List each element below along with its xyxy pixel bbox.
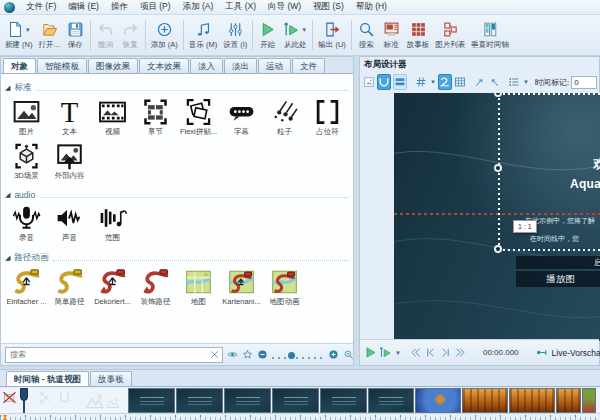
clip-thumbnail[interactable]	[320, 388, 367, 413]
settings-button[interactable]: 设置 (I)	[220, 16, 250, 54]
storyboard-button[interactable]: 故事板	[404, 16, 433, 54]
image-list-button[interactable]: 图片列表	[432, 16, 468, 54]
objects-tab-1[interactable]: 智能模板	[37, 58, 87, 73]
open-button[interactable]: 打开...	[36, 16, 63, 54]
disable-timing-icon[interactable]	[2, 390, 17, 405]
selection-border-left[interactable]	[498, 93, 500, 251]
playhead-marker[interactable]	[19, 388, 28, 414]
object-item[interactable]: 视频	[91, 97, 134, 137]
menu-item-0[interactable]: 文件 (F)	[20, 0, 62, 14]
output-button[interactable]: 输出 (U)	[315, 16, 349, 54]
clip-thumbnail[interactable]	[556, 388, 581, 413]
clip-thumbnail[interactable]	[224, 388, 271, 413]
thumbnail-view-button[interactable]	[363, 74, 375, 90]
new-button[interactable]: ▼新建 (N)	[2, 16, 36, 54]
motion-path-button[interactable]	[377, 74, 391, 90]
search-input[interactable]	[10, 350, 209, 359]
slider-thumb[interactable]	[288, 352, 295, 359]
object-item[interactable]: Kartenani...	[220, 267, 263, 307]
clip-thumbnail[interactable]	[272, 388, 319, 413]
objects-tab-3[interactable]: 文本效果	[139, 58, 189, 73]
add-button[interactable]: 添加 (A)	[148, 16, 181, 54]
object-item[interactable]: 地图动画	[263, 267, 306, 307]
grid-dropdown-arrow-icon[interactable]: ▼	[430, 79, 436, 85]
menu-item-1[interactable]: 编辑 (E)	[62, 0, 105, 14]
menu-item-3[interactable]: 项目 (P)	[134, 0, 177, 14]
object-item[interactable]: 占位符	[306, 97, 349, 137]
table-view-button[interactable]	[454, 74, 466, 90]
menu-item-4[interactable]: 添加 (A)	[177, 0, 220, 14]
object-item[interactable]: 装饰路径	[134, 267, 177, 307]
selection-border-bottom[interactable]	[498, 249, 600, 251]
object-item[interactable]: 外部内容	[48, 141, 91, 181]
go-end-button[interactable]	[454, 345, 467, 361]
object-item[interactable]: 章节	[134, 97, 177, 137]
menu-item-5[interactable]: 工具 (X)	[219, 0, 262, 14]
clip-thumbnail[interactable]	[462, 388, 508, 413]
start-button[interactable]: 开始	[255, 16, 280, 54]
list-dropdown-arrow-icon[interactable]: ▼	[523, 79, 529, 85]
menu-item-7[interactable]: 视图 (S)	[307, 0, 350, 14]
object-item[interactable]: 粒子	[263, 97, 306, 137]
play-dropdown-arrow-icon[interactable]: ▼	[395, 350, 401, 356]
grid-button[interactable]	[415, 74, 427, 90]
clip-thumbnail[interactable]	[415, 388, 461, 413]
timeline-tab-1[interactable]: 故事板	[90, 371, 132, 386]
search-button[interactable]: 搜索	[354, 16, 379, 54]
favorites-star-icon[interactable]	[242, 349, 253, 360]
selection-handle[interactable]	[494, 245, 502, 253]
thumbnail-size-slider[interactable]	[272, 350, 324, 360]
clip-thumbnail[interactable]	[582, 388, 596, 413]
clip-thumbnail[interactable]	[509, 388, 555, 413]
zoom-reset-icon[interactable]	[343, 349, 354, 360]
selection-border-top[interactable]	[498, 93, 600, 95]
time-marker-input[interactable]	[571, 76, 597, 89]
object-item[interactable]: Dekoriert...	[91, 267, 134, 307]
object-item[interactable]: 3D场景	[5, 141, 48, 181]
standard-view-button[interactable]: 标准	[379, 16, 404, 54]
clip-thumbnail[interactable]	[368, 388, 414, 413]
preview-eye-icon[interactable]	[227, 349, 238, 360]
save-button[interactable]: 保存	[63, 16, 88, 54]
playhead-head[interactable]	[20, 388, 28, 401]
zoom-out-button[interactable]	[257, 349, 268, 360]
section-header-0[interactable]: ◢标准	[5, 82, 349, 94]
objects-tab-5[interactable]: 淡出	[224, 58, 257, 73]
next-frame-button[interactable]	[439, 345, 452, 361]
tracks-view-button[interactable]	[393, 74, 407, 90]
timeline-track[interactable]	[0, 388, 600, 414]
vertical-timeline-button[interactable]: 垂直时间轴	[468, 16, 512, 54]
list-options-button[interactable]	[508, 74, 520, 90]
object-item[interactable]: 字幕	[220, 97, 263, 137]
curve-mode-button[interactable]	[438, 74, 452, 90]
object-item[interactable]: T文本	[48, 97, 91, 137]
live-preview-label[interactable]: Live-Vorschau	[552, 348, 600, 358]
expand-selection-button[interactable]	[488, 74, 500, 90]
objects-tab-2[interactable]: 图像效果	[88, 58, 138, 73]
from-here-button[interactable]: ▼从此处	[280, 16, 310, 54]
object-item[interactable]: Flexi拼贴...	[177, 97, 220, 137]
object-item[interactable]: 图片	[5, 97, 48, 137]
clear-search-icon[interactable]	[209, 349, 220, 360]
objects-tab-0[interactable]: 对象	[3, 58, 36, 73]
zoom-in-button[interactable]	[328, 349, 339, 360]
play-button[interactable]	[364, 345, 377, 361]
timeline-tab-0[interactable]: 时间轴 - 轨道视图	[6, 371, 89, 386]
clip-thumbnail[interactable]	[128, 388, 175, 413]
section-header-1[interactable]: ◢audio	[5, 190, 349, 200]
object-item[interactable]: 录音	[5, 203, 48, 243]
play-from-here-button[interactable]	[379, 345, 392, 361]
clip-thumbnail[interactable]	[176, 388, 223, 413]
object-item[interactable]: Einfacher ...	[5, 267, 48, 307]
go-start-button[interactable]	[409, 345, 422, 361]
object-item[interactable]: 简单路径	[48, 267, 91, 307]
dropdown-arrow-icon[interactable]: ▼	[301, 27, 307, 33]
object-item[interactable]: 范围	[91, 203, 134, 243]
menu-item-2[interactable]: 操作	[105, 0, 134, 14]
objects-tab-4[interactable]: 淡入	[190, 58, 223, 73]
shrink-selection-button[interactable]	[474, 74, 486, 90]
object-item[interactable]: 地图	[177, 267, 220, 307]
menu-item-8[interactable]: 帮助 (H)	[350, 0, 393, 14]
dropdown-arrow-icon[interactable]: ▼	[25, 27, 31, 33]
preview-canvas[interactable]: 欢 Aqua 在此示例中，您将了解 1 : 1 在时间线中，您 启 播放图	[394, 93, 600, 341]
